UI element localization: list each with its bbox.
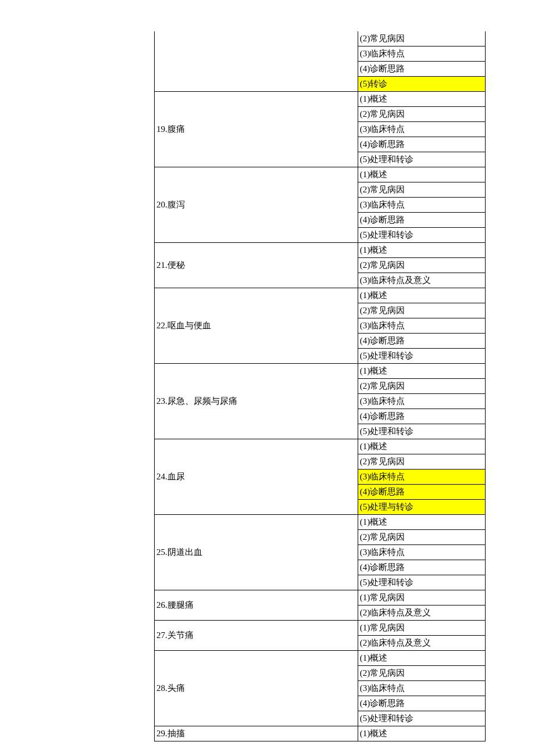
- topic-cell: 29.抽搐: [155, 726, 358, 741]
- table-row: 27.关节痛(1)常见病因: [155, 621, 486, 636]
- table-row: 23.尿急、尿频与尿痛(1)概述: [155, 364, 486, 379]
- subtopic-cell: (3)临床特点: [358, 394, 485, 409]
- subtopic-cell: (1)概述: [358, 243, 485, 258]
- subtopic-cell: (2)常见病因: [358, 454, 485, 470]
- subtopic-cell: (5)处理和转诊: [358, 152, 485, 167]
- subtopic-cell: (5)处理和转诊: [358, 228, 485, 243]
- subtopic-cell: (1)概述: [358, 439, 485, 454]
- subtopic-cell: (3)临床特点: [358, 122, 485, 137]
- table-row: 21.便秘(1)概述: [155, 243, 486, 258]
- subtopic-cell: (2)常见病因: [358, 379, 485, 394]
- subtopic-cell: (4)诊断思路: [358, 62, 485, 77]
- topic-cell: 25.阴道出血: [155, 515, 358, 590]
- subtopic-cell: (5)处理和转诊: [358, 349, 485, 364]
- document-page: (2)常见病因(3)临床特点(4)诊断思路(5)转诊19.腹痛(1)概述(2)常…: [0, 0, 535, 741]
- subtopic-cell: (2)常见病因: [358, 258, 485, 273]
- subtopic-cell: (1)概述: [358, 167, 485, 182]
- topic-cell: 20.腹泻: [155, 167, 358, 243]
- subtopic-cell: (2)常见病因: [358, 182, 485, 198]
- table-row: 25.阴道出血(1)概述: [155, 515, 486, 530]
- subtopic-cell: (1)概述: [358, 726, 485, 741]
- topic-cell: 21.便秘: [155, 243, 358, 288]
- topic-cell: 28.头痛: [155, 651, 358, 726]
- topic-cell: 27.关节痛: [155, 621, 358, 651]
- table-row: 24.血尿(1)概述: [155, 439, 486, 454]
- table-row: 26.腰腿痛(1)常见病因: [155, 590, 486, 605]
- subtopic-cell: (4)诊断思路: [358, 409, 485, 424]
- subtopic-cell: (2)常见病因: [358, 666, 485, 681]
- table-row: (2)常见病因: [155, 31, 486, 46]
- subtopic-cell: (1)概述: [358, 515, 485, 530]
- topic-cell: 19.腹痛: [155, 92, 358, 167]
- subtopic-cell: (4)诊断思路: [358, 213, 485, 228]
- subtopic-cell: (2)常见病因: [358, 31, 485, 46]
- subtopic-cell: (5)处理和转诊: [358, 424, 485, 439]
- topic-cell: 22.呕血与便血: [155, 288, 358, 364]
- subtopic-cell: (5)处理和转诊: [358, 575, 485, 590]
- subtopic-cell: (2)常见病因: [358, 303, 485, 318]
- table-row: 29.抽搐(1)概述: [155, 726, 486, 741]
- subtopic-cell: (4)诊断思路: [358, 334, 485, 349]
- subtopic-cell: (1)常见病因: [358, 621, 485, 636]
- subtopic-cell: (4)诊断思路: [358, 560, 485, 575]
- subtopic-cell: (1)概述: [358, 288, 485, 303]
- subtopic-cell: (3)临床特点及意义: [358, 273, 485, 288]
- subtopic-cell: (5)处理与转诊: [358, 500, 485, 515]
- subtopic-cell: (2)常见病因: [358, 530, 485, 545]
- subtopic-cell: (3)临床特点: [358, 681, 485, 696]
- subtopic-cell: (1)常见病因: [358, 590, 485, 605]
- subtopic-cell: (3)临床特点: [358, 470, 485, 485]
- table-row: 20.腹泻(1)概述: [155, 167, 486, 182]
- subtopic-cell: (2)常见病因: [358, 107, 485, 122]
- subtopic-cell: (3)临床特点: [358, 46, 485, 62]
- subtopic-cell: (1)概述: [358, 364, 485, 379]
- table-row: 19.腹痛(1)概述: [155, 92, 486, 107]
- topic-cell: 26.腰腿痛: [155, 590, 358, 621]
- subtopic-cell: (5)转诊: [358, 77, 485, 92]
- subtopic-cell: (4)诊断思路: [358, 696, 485, 711]
- subtopic-cell: (4)诊断思路: [358, 485, 485, 500]
- subtopic-cell: (1)概述: [358, 651, 485, 666]
- table-row: 22.呕血与便血(1)概述: [155, 288, 486, 303]
- subtopic-cell: (3)临床特点: [358, 545, 485, 560]
- table-row: 28.头痛(1)概述: [155, 651, 486, 666]
- subtopic-cell: (1)概述: [358, 92, 485, 107]
- subtopic-cell: (2)临床特点及意义: [358, 605, 485, 621]
- topic-cell: 24.血尿: [155, 439, 358, 515]
- subtopic-cell: (3)临床特点: [358, 198, 485, 213]
- subtopic-cell: (3)临床特点: [358, 318, 485, 334]
- subtopic-cell: (2)临床特点及意义: [358, 636, 485, 651]
- syllabus-table: (2)常见病因(3)临床特点(4)诊断思路(5)转诊19.腹痛(1)概述(2)常…: [154, 31, 486, 741]
- topic-cell: 23.尿急、尿频与尿痛: [155, 364, 358, 439]
- subtopic-cell: (5)处理和转诊: [358, 711, 485, 726]
- topic-cell: [155, 31, 358, 92]
- subtopic-cell: (4)诊断思路: [358, 137, 485, 152]
